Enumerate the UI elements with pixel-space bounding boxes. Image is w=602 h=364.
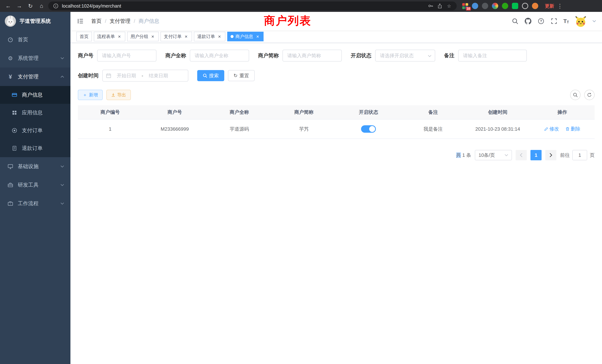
filter-full-name: 商户全称	[165, 50, 249, 62]
profile-avatar-icon[interactable]	[532, 3, 538, 9]
refresh-table-button[interactable]	[584, 90, 595, 100]
sidebar-item-dev-tools[interactable]: 研发工具	[0, 176, 70, 194]
search-button[interactable]: 搜索	[197, 70, 224, 81]
extension-icon[interactable]: 10	[462, 3, 468, 9]
date-end-input[interactable]	[145, 73, 172, 79]
bookmark-star-icon[interactable]: ☆	[446, 3, 452, 9]
browser-update-button[interactable]: 更新	[545, 3, 554, 9]
merchant-no-input[interactable]	[97, 50, 156, 62]
sidebar-item-workflow[interactable]: 工作流程	[0, 194, 70, 213]
browser-menu-icon[interactable]: ⋮	[557, 3, 563, 9]
date-start-input[interactable]	[113, 73, 140, 79]
target-icon	[10, 128, 19, 133]
reset-button[interactable]: ↻ 重置	[228, 70, 255, 81]
extension-badge: 10	[466, 7, 471, 11]
export-button[interactable]: 导出	[106, 90, 131, 100]
delete-link[interactable]: 删除	[566, 126, 580, 132]
document-icon	[10, 146, 19, 151]
page-info-icon[interactable]	[53, 3, 59, 9]
status-toggle[interactable]	[361, 125, 376, 133]
column-header: 备注	[401, 105, 466, 119]
cell-status	[336, 119, 401, 139]
breadcrumb-payment[interactable]: 支付管理	[110, 18, 130, 25]
extension-icon[interactable]	[472, 3, 478, 9]
grid-icon	[10, 110, 19, 115]
browser-forward-icon[interactable]: →	[15, 1, 24, 10]
tab-process-form[interactable]: 流程表单 ×	[94, 32, 125, 41]
extension-icon[interactable]	[522, 3, 528, 9]
avatar-caret-icon[interactable]	[592, 20, 596, 22]
sidebar-item-label: 系统管理	[18, 55, 60, 62]
briefcase-icon	[6, 201, 14, 206]
page-size-select[interactable]: 10条/页	[475, 150, 512, 160]
remark-input[interactable]	[458, 50, 527, 62]
current-page-button[interactable]: 1	[530, 150, 542, 160]
browser-back-icon[interactable]: ←	[4, 1, 13, 10]
add-button[interactable]: ＋ 新增	[78, 90, 103, 100]
filter-label: 商户简称	[258, 52, 279, 59]
close-icon[interactable]: ×	[217, 34, 222, 39]
chevron-down-icon	[60, 184, 64, 186]
tab-label: 用户分组	[130, 33, 148, 40]
search-button-label: 搜索	[209, 73, 219, 79]
payment-submenu: 商户信息 应用信息 支付订单	[0, 86, 70, 157]
close-icon[interactable]: ×	[150, 34, 155, 39]
font-size-icon[interactable]: TT	[563, 18, 569, 24]
sidebar-item-refund-order[interactable]: 退款订单	[0, 139, 70, 157]
tab-refund-order[interactable]: 退款订单 ×	[194, 32, 225, 41]
prev-page-button[interactable]	[516, 150, 527, 160]
sidebar-item-app-info[interactable]: 应用信息	[0, 104, 70, 122]
tag-view-bar: 首页 流程表单 × 用户分组 × 支付订单 ×	[70, 30, 602, 43]
table-row: 1 M233666999 芋道源码 芋艿 我是备注 2021-10-23 08:…	[78, 119, 595, 139]
search-icon[interactable]	[511, 17, 519, 25]
tab-pay-order[interactable]: 支付订单 ×	[161, 32, 192, 41]
tab-merchant-info[interactable]: 商户信息 ×	[227, 32, 264, 41]
close-icon[interactable]: ×	[255, 34, 260, 39]
extension-icon[interactable]	[482, 3, 488, 9]
sidebar-toggle-icon[interactable]	[76, 17, 85, 25]
filter-label: 创建时间	[78, 72, 99, 79]
sidebar-item-infrastructure[interactable]: 基础设施	[0, 157, 70, 176]
date-range-picker[interactable]: -	[102, 70, 188, 82]
edit-link[interactable]: 修改	[544, 126, 559, 132]
short-name-input[interactable]	[282, 50, 342, 62]
sidebar-item-label: 支付管理	[18, 73, 60, 80]
tab-user-group[interactable]: 用户分组 ×	[127, 32, 159, 41]
share-icon[interactable]	[437, 3, 443, 9]
page-jumper: 前往 页	[560, 150, 595, 160]
address-bar[interactable]: localhost:1024/pay/merchant ☆	[48, 1, 457, 10]
status-select[interactable]: 请选择开启状态	[375, 50, 435, 62]
sidebar-item-system[interactable]: ⚙ 系统管理	[0, 49, 70, 67]
sidebar-item-merchant-info[interactable]: 商户信息	[0, 86, 70, 104]
close-icon[interactable]: ×	[117, 34, 122, 39]
extension-icon[interactable]	[502, 3, 508, 9]
app-frame: 芋道管理系统 首页 ⚙ 系统管理 ¥ 支付管理	[0, 12, 602, 364]
table-header-row: 商户编号 商户号 商户全称 商户简称 开启状态 备注 创建时间 操作	[78, 105, 595, 119]
extension-icon[interactable]	[512, 3, 518, 9]
app-logo[interactable]: 芋道管理系统	[0, 12, 70, 30]
status-select-placeholder: 请选择开启状态	[380, 53, 414, 59]
fullscreen-icon[interactable]	[550, 17, 558, 25]
password-key-icon[interactable]	[427, 3, 434, 9]
help-icon[interactable]: ?	[537, 17, 545, 25]
toggle-search-button[interactable]	[570, 90, 580, 100]
navbar-actions: ? TT	[511, 15, 596, 27]
sidebar-item-home[interactable]: 首页	[0, 30, 70, 49]
sidebar-item-payment[interactable]: ¥ 支付管理	[0, 67, 70, 86]
extension-icon[interactable]	[492, 3, 498, 9]
full-name-input[interactable]	[190, 50, 249, 62]
breadcrumb-home[interactable]: 首页	[91, 18, 102, 25]
browser-home-icon[interactable]: ⌂	[37, 1, 46, 10]
filter-row-2: 创建时间 - 搜索	[78, 70, 595, 82]
close-icon[interactable]: ×	[183, 34, 189, 39]
table-header: 商户编号 商户号 商户全称 商户简称 开启状态 备注 创建时间 操作	[78, 105, 595, 119]
github-icon[interactable]	[524, 17, 532, 25]
pagination-total-rest: 1 条	[461, 152, 471, 158]
next-page-button[interactable]	[545, 150, 556, 160]
user-avatar[interactable]	[575, 15, 587, 27]
goto-page-input[interactable]	[572, 150, 587, 160]
credit-card-icon	[10, 92, 19, 98]
sidebar-item-pay-order[interactable]: 支付订单	[0, 122, 70, 139]
tab-home[interactable]: 首页	[76, 32, 92, 41]
browser-reload-icon[interactable]: ↻	[26, 1, 35, 10]
